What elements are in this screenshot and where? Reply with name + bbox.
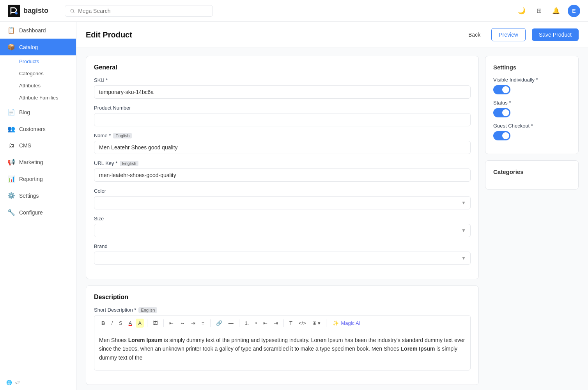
clear-format-button[interactable]: T [287, 319, 295, 328]
image-button[interactable]: 🖼 [151, 319, 160, 328]
sidebar-label-customers: Customers [19, 126, 46, 132]
page-header: Edit Product Back Preview Save Product [76, 22, 588, 48]
brand-group: Brand ▼ [94, 243, 471, 265]
sidebar-footer: 🌐 v2 [0, 375, 76, 390]
sidebar-label-blog: Blog [19, 109, 30, 115]
sidebar-item-categories[interactable]: Categories [0, 67, 76, 80]
name-label: Name * English [94, 133, 471, 138]
svg-point-1 [15, 12, 18, 14]
save-product-button[interactable]: Save Product [532, 28, 579, 41]
sidebar-label-catalog: Catalog [19, 44, 38, 50]
sep4 [239, 319, 239, 327]
visible-individually-row: Visible Individually * [493, 77, 570, 94]
sidebar-item-attributes[interactable]: Attributes [0, 80, 76, 92]
table-button[interactable]: ⊞ ▾ [310, 319, 323, 328]
sidebar-item-marketing[interactable]: 📢 Marketing [0, 154, 76, 170]
configure-icon: 🔧 [7, 209, 15, 216]
magic-ai-button[interactable]: ✨ Magic AI [329, 319, 363, 328]
footer-icon: 🌐 [6, 380, 12, 385]
guest-checkout-slider [493, 131, 510, 140]
name-group: Name * English [94, 133, 471, 154]
grid-icon[interactable]: ⊞ [533, 5, 544, 16]
bell-icon[interactable]: 🔔 [551, 5, 561, 16]
sidebar-label-cms: CMS [19, 142, 31, 149]
product-number-label: Product Number [94, 105, 471, 111]
sidebar-item-cms[interactable]: 🗂 CMS [0, 137, 76, 154]
categories-panel-title: Categories [493, 168, 570, 175]
product-number-input[interactable] [94, 113, 471, 126]
code-button[interactable]: </> [296, 319, 308, 328]
indent-inc-button[interactable]: ⇥ [271, 319, 280, 328]
strikethrough-button[interactable]: S [117, 319, 125, 328]
sidebar-item-blog[interactable]: 📄 Blog [0, 104, 76, 121]
name-input[interactable] [94, 141, 471, 154]
sidebar-label-settings: Settings [19, 193, 39, 199]
italic-button[interactable]: I [109, 319, 115, 328]
visible-individually-label: Visible Individually * [493, 77, 570, 83]
dark-mode-icon[interactable]: 🌙 [516, 5, 527, 16]
sidebar-label-marketing: Marketing [19, 159, 43, 165]
short-desc-label: Short Description * English [94, 307, 471, 313]
search-input[interactable] [78, 8, 208, 14]
logo-icon [8, 5, 20, 17]
guest-checkout-toggle[interactable] [493, 131, 510, 140]
marketing-icon: 📢 [7, 158, 15, 166]
align-center-button[interactable]: ↔ [177, 319, 187, 328]
sku-label: SKU * [94, 77, 471, 83]
ul-button[interactable]: • [253, 319, 259, 328]
status-label: Status * [493, 100, 570, 106]
size-group: Size ▼ [94, 216, 471, 237]
settings-card: Settings Visible Individually * Status * [485, 56, 579, 154]
dashboard-icon: 📋 [7, 27, 15, 34]
sidebar-item-catalog[interactable]: 📦 Catalog [0, 39, 76, 55]
editor-content[interactable]: Men Shoes Lorem Ipsum is simply dummy te… [94, 331, 470, 370]
url-key-label: URL Key * English [94, 160, 471, 166]
sidebar-item-attribute-families[interactable]: Attribute Families [0, 92, 76, 104]
logo: bagisto [8, 5, 58, 17]
reporting-icon: 📊 [7, 175, 15, 183]
color-select[interactable] [94, 196, 471, 209]
size-select-wrapper: ▼ [94, 224, 471, 237]
content-main: General SKU * Product Number Name * Engl… [86, 56, 479, 385]
general-title: General [94, 64, 471, 71]
align-left-button[interactable]: ⇤ [167, 319, 176, 328]
align-justify-button[interactable]: ≡ [199, 319, 207, 328]
sidebar-item-products[interactable]: Products [0, 55, 76, 67]
highlight-button[interactable]: A [136, 319, 144, 328]
sidebar-item-dashboard[interactable]: 📋 Dashboard [0, 22, 76, 39]
sidebar-item-customers[interactable]: 👥 Customers [0, 121, 76, 137]
editor-toolbar: B I S A A 🖼 ⇤ ↔ ⇥ ≡ [94, 316, 470, 331]
sku-input[interactable] [94, 85, 471, 99]
search-bar[interactable] [65, 5, 213, 17]
sidebar-item-configure[interactable]: 🔧 Configure [0, 204, 76, 221]
general-card: General SKU * Product Number Name * Engl… [86, 56, 479, 279]
settings-icon: ⚙️ [7, 192, 15, 199]
font-color-button[interactable]: A [126, 319, 135, 328]
sidebar: 📋 Dashboard 📦 Catalog Products Categorie… [0, 22, 76, 390]
editor-text: Men Shoes Lorem Ipsum is simply dummy te… [99, 337, 465, 361]
align-right-button[interactable]: ⇥ [189, 319, 198, 328]
status-row: Status * [493, 100, 570, 117]
hr-button[interactable]: — [226, 319, 236, 328]
brand-select[interactable] [94, 252, 471, 265]
sidebar-item-settings[interactable]: ⚙️ Settings [0, 187, 76, 204]
back-button[interactable]: Back [464, 28, 485, 41]
preview-button[interactable]: Preview [491, 28, 526, 41]
brand-select-wrapper: ▼ [94, 252, 471, 265]
ol-button[interactable]: 1. [243, 319, 251, 328]
brand-label: Brand [94, 243, 471, 249]
size-label: Size [94, 216, 471, 222]
status-toggle[interactable] [493, 108, 510, 117]
avatar[interactable]: E [568, 5, 580, 17]
indent-dec-button[interactable]: ⇤ [261, 319, 270, 328]
visible-individually-toggle[interactable] [493, 85, 510, 94]
description-card: Description Short Description * English … [86, 285, 479, 385]
bold-button[interactable]: B [99, 319, 107, 328]
url-key-input[interactable] [94, 168, 471, 182]
sidebar-item-reporting[interactable]: 📊 Reporting [0, 170, 76, 187]
status-slider [493, 108, 510, 117]
link-button[interactable]: 🔗 [214, 319, 225, 328]
brand-name: bagisto [23, 7, 48, 15]
customers-icon: 👥 [7, 125, 15, 133]
size-select[interactable] [94, 224, 471, 237]
